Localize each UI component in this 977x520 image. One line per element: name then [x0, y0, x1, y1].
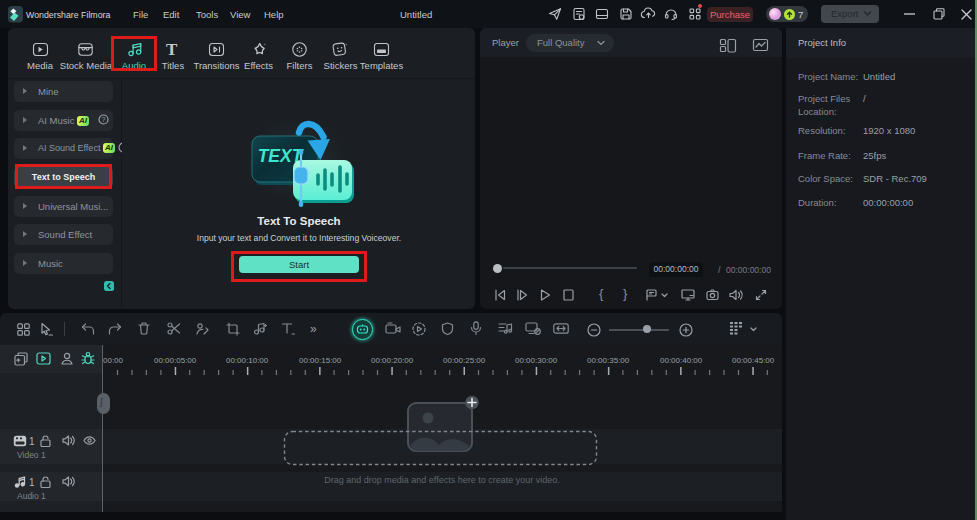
svg-text:?: ?: [102, 116, 106, 123]
